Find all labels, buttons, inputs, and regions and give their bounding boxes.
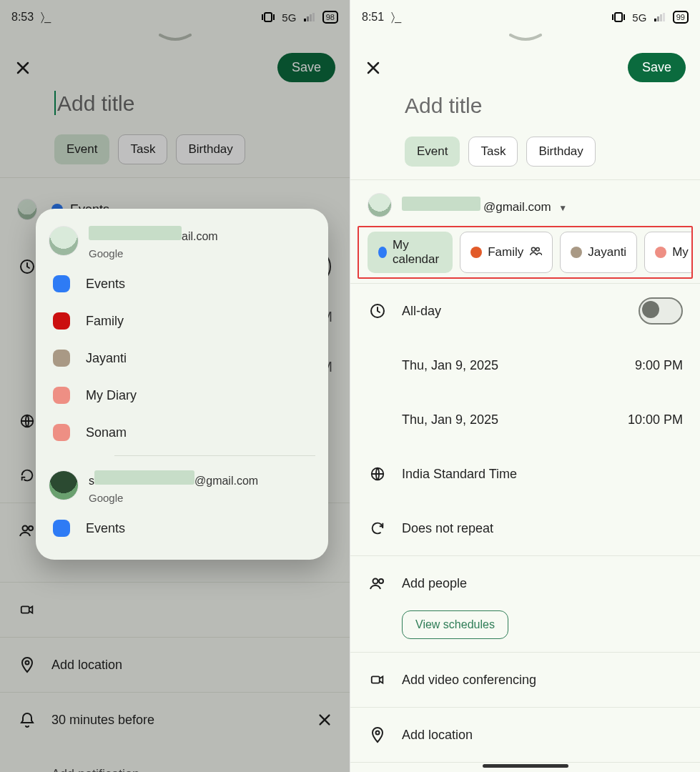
calendar-chip-family[interactable]: Family <box>460 232 553 273</box>
chip-label: My calendar <box>393 238 442 267</box>
start-time: 9:00 PM <box>635 358 683 373</box>
color-swatch <box>53 275 70 292</box>
calendar-name: My Diary <box>86 388 137 403</box>
battery-icon: 99 <box>673 11 689 24</box>
account-selector[interactable]: @gmail.com ▼ <box>350 180 700 223</box>
masked-email <box>402 197 480 211</box>
tab-task[interactable]: Task <box>468 137 518 167</box>
chip-label: Jayanti <box>588 245 626 259</box>
calendar-option[interactable]: My Diary <box>36 377 328 414</box>
color-swatch <box>53 424 70 441</box>
close-icon[interactable] <box>365 59 382 76</box>
tab-birthday[interactable]: Birthday <box>526 137 595 167</box>
avatar <box>49 470 79 500</box>
calendar-option[interactable]: Events <box>36 265 328 302</box>
email-suffix: ail.com <box>182 230 218 242</box>
add-location[interactable]: Add location <box>402 728 683 743</box>
calendar-name: Jayanti <box>86 351 127 366</box>
grab-handle-icon[interactable] <box>350 30 700 46</box>
svg-rect-13 <box>615 13 622 21</box>
masked-email <box>94 470 194 485</box>
tab-event[interactable]: Event <box>405 137 460 167</box>
calendar-option[interactable]: Sonam <box>36 414 328 451</box>
svg-rect-17 <box>657 16 659 21</box>
chip-label: My D <box>672 245 693 259</box>
add-people[interactable]: Add people <box>402 576 683 591</box>
dot-icon <box>655 247 666 258</box>
end-time: 10:00 PM <box>628 412 683 427</box>
location-icon <box>368 726 388 743</box>
svg-point-24 <box>373 579 378 584</box>
calendar-name: Events <box>86 521 125 536</box>
email-prefix: s <box>89 475 94 487</box>
color-swatch <box>53 387 70 404</box>
color-swatch <box>53 312 70 330</box>
allday-switch[interactable] <box>639 297 683 325</box>
prompt-icon: 〉_ <box>391 11 401 24</box>
svg-point-27 <box>376 731 380 735</box>
network-label: 5G <box>632 11 646 24</box>
calendar-option[interactable]: Events <box>36 510 328 547</box>
calendar-chip-mycalendar[interactable]: My calendar <box>368 232 453 273</box>
masked-email <box>89 226 182 240</box>
clock-icon <box>368 302 388 320</box>
calendar-name: Events <box>86 277 125 292</box>
provider-label: Google <box>89 247 218 259</box>
dot-icon <box>470 247 482 258</box>
avatar <box>368 193 392 217</box>
calendar-chip-jayanti[interactable]: Jayanti <box>560 232 637 273</box>
globe-icon <box>368 466 388 482</box>
color-swatch <box>53 520 70 537</box>
signal-icon <box>654 13 666 21</box>
highlighted-calendar-chips: My calendar Family Jayanti My D <box>358 226 693 279</box>
status-time: 8:51 <box>362 11 384 24</box>
start-datetime-row[interactable]: Thu, Jan 9, 2025 9:00 PM <box>402 358 683 373</box>
color-swatch <box>53 350 70 367</box>
account-2[interactable]: s@gmail.com Google <box>36 460 328 510</box>
repeat-row[interactable]: Does not repeat <box>402 521 683 536</box>
left-screenshot: 8:53 〉_ 5G 98 <box>0 0 350 772</box>
email-suffix: @gmail.com <box>483 200 551 214</box>
group-icon <box>529 245 542 259</box>
end-date: Thu, Jan 9, 2025 <box>402 412 498 427</box>
provider-label: Google <box>89 492 258 504</box>
battery-value: 99 <box>676 13 685 21</box>
calendar-option[interactable]: Jayanti <box>36 340 328 377</box>
save-button[interactable]: Save <box>628 53 686 82</box>
calendar-option[interactable]: Family <box>36 302 328 340</box>
title-placeholder: Add title <box>405 94 482 117</box>
svg-rect-19 <box>663 13 665 21</box>
vibrate-icon <box>612 12 625 22</box>
calendar-name: Sonam <box>86 425 127 440</box>
svg-point-25 <box>379 579 383 583</box>
statusbar: 8:51 〉_ 5G 99 <box>350 0 700 30</box>
caret-down-icon: ▼ <box>558 203 567 213</box>
timezone-row[interactable]: India Standard Time <box>402 467 683 482</box>
svg-point-20 <box>532 247 536 251</box>
dot-icon <box>378 247 387 258</box>
chip-label: Family <box>488 245 523 259</box>
nav-bar-indicator <box>483 764 568 768</box>
calendar-picker-modal: ail.com Google Events Family Jayanti My … <box>36 209 328 560</box>
svg-rect-26 <box>372 676 380 683</box>
calendar-chip-mydiary[interactable]: My D <box>644 232 693 273</box>
dot-icon <box>571 247 582 258</box>
people-icon <box>368 575 388 592</box>
view-schedules-button[interactable]: View schedules <box>402 610 508 639</box>
email-suffix: @gmail.com <box>194 475 258 487</box>
right-screenshot: 8:51 〉_ 5G 99 Save Add <box>350 0 700 772</box>
calendar-name: Family <box>86 314 124 329</box>
avatar <box>49 226 79 256</box>
title-input[interactable]: Add title <box>405 94 700 118</box>
repeat-icon <box>368 520 388 536</box>
add-video-conf[interactable]: Add video conferencing <box>402 673 683 688</box>
end-datetime-row[interactable]: Thu, Jan 9, 2025 10:00 PM <box>402 412 683 427</box>
allday-label: All-day <box>402 304 441 319</box>
account-1[interactable]: ail.com Google <box>36 216 328 265</box>
svg-point-21 <box>536 248 540 252</box>
svg-rect-16 <box>654 19 656 21</box>
svg-rect-18 <box>660 14 662 21</box>
start-date: Thu, Jan 9, 2025 <box>402 358 498 373</box>
video-icon <box>368 672 388 688</box>
